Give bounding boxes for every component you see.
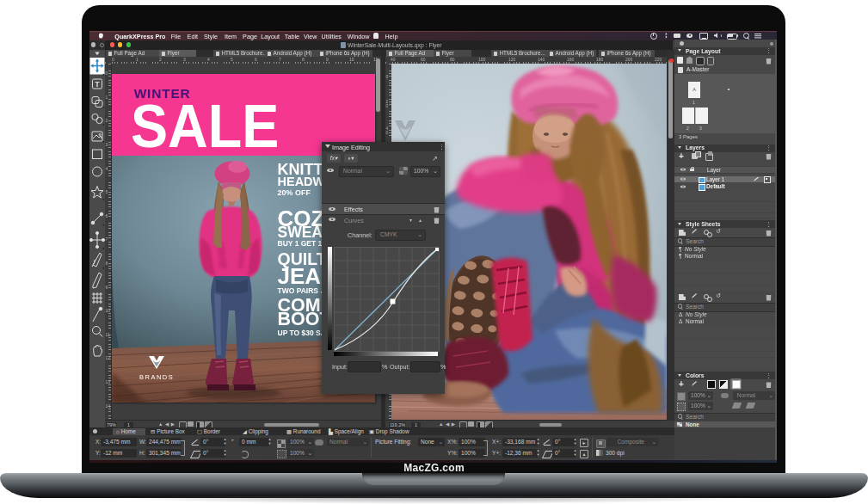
svg-text:T: T — [95, 80, 100, 89]
